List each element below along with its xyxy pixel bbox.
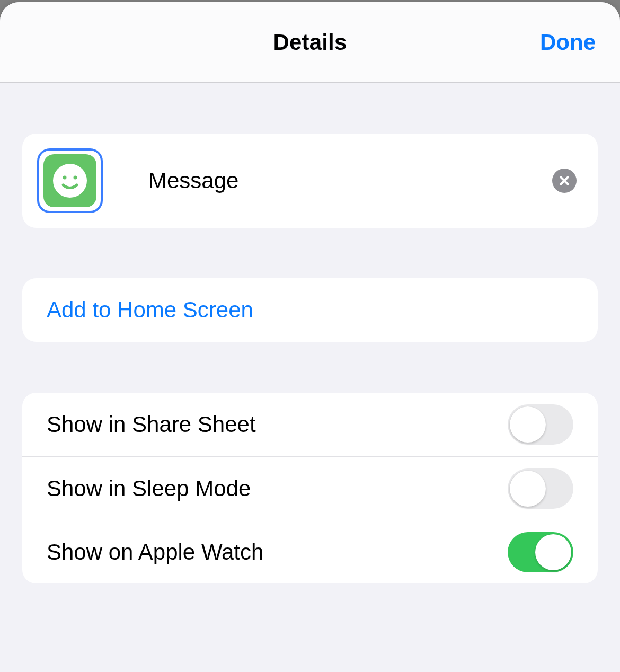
- apple-watch-row: Show on Apple Watch: [22, 520, 598, 583]
- toggle-knob: [510, 406, 546, 443]
- shortcut-icon-tile: [43, 154, 96, 207]
- add-to-home-screen-group: Add to Home Screen: [22, 278, 598, 342]
- details-sheet: Details Done Message: [0, 2, 620, 672]
- sleep-mode-toggle[interactable]: [508, 468, 573, 509]
- add-to-home-screen-label: Add to Home Screen: [47, 297, 253, 323]
- svg-point-0: [53, 164, 87, 198]
- visibility-toggles-group: Show in Share Sheet Show in Sleep Mode S…: [22, 393, 598, 583]
- content-area: Message Add to Home Screen Show in Share…: [0, 83, 620, 583]
- share-sheet-label: Show in Share Sheet: [47, 412, 256, 437]
- navbar: Details Done: [0, 2, 620, 83]
- share-sheet-row: Show in Share Sheet: [22, 393, 598, 456]
- shortcut-icon-picker[interactable]: [37, 148, 103, 213]
- apple-watch-label: Show on Apple Watch: [47, 540, 263, 565]
- close-icon: [559, 175, 570, 187]
- shortcut-name-field[interactable]: Message: [148, 168, 507, 193]
- smiley-icon: [51, 162, 88, 199]
- done-button[interactable]: Done: [540, 30, 596, 55]
- toggle-knob: [510, 471, 546, 507]
- svg-point-2: [74, 176, 77, 180]
- shortcut-name-row: Message: [22, 134, 598, 228]
- add-to-home-screen-button[interactable]: Add to Home Screen: [22, 278, 598, 342]
- sleep-mode-label: Show in Sleep Mode: [47, 476, 251, 501]
- shortcut-name-group: Message: [22, 134, 598, 228]
- apple-watch-toggle[interactable]: [508, 532, 573, 572]
- page-title: Details: [273, 30, 347, 55]
- sleep-mode-row: Show in Sleep Mode: [22, 456, 598, 520]
- svg-point-1: [63, 176, 67, 180]
- share-sheet-toggle[interactable]: [508, 404, 573, 445]
- toggle-knob: [535, 534, 571, 570]
- clear-name-button[interactable]: [552, 169, 577, 193]
